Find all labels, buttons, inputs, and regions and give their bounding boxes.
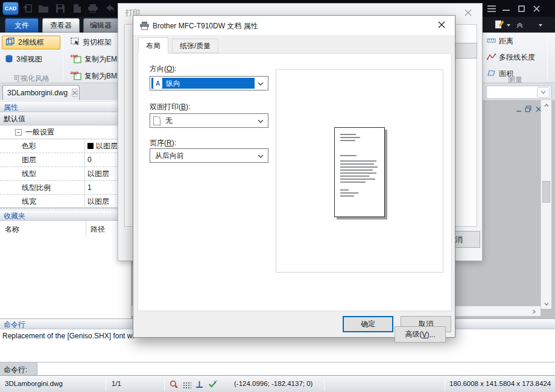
- tab-paper-quality[interactable]: 纸张/质量: [172, 39, 218, 53]
- duplex-label: 双面打印(B):: [150, 102, 190, 112]
- help-dropdown-caret-icon[interactable]: [539, 24, 542, 27]
- chevron-down-icon: [258, 79, 264, 87]
- property-row-color[interactable]: 色彩 以图层: [0, 139, 131, 153]
- printer-properties-dialog: Brother MFC-T910DW 文档 属性 布局 纸张/质量 方向(O):…: [133, 15, 455, 338]
- status-coordinates: (-124.0996; -182.4137; 0): [234, 380, 312, 387]
- property-group-label: 一般设置: [25, 127, 54, 138]
- left-panel: 属性 默认值 − 一般设置 色彩 以图层 图层 0 线型 以图层 线: [0, 100, 132, 318]
- edit-dropdown-caret-icon[interactable]: [507, 24, 510, 27]
- scrollbar-thumb[interactable]: [542, 181, 550, 203]
- chevron-down-button[interactable]: [537, 87, 550, 98]
- document-tab-label: 3DLamborgini.dwg: [7, 89, 68, 97]
- ribbon-group-caption: 可视化风格: [0, 74, 63, 84]
- property-row-layer[interactable]: 图层 0: [0, 153, 131, 167]
- vertical-scrollbar[interactable]: [541, 100, 551, 309]
- save-icon[interactable]: [54, 3, 66, 14]
- preview-text-line: [340, 182, 366, 183]
- selected-option-label: 从后向前: [155, 151, 184, 161]
- orientation-select[interactable]: A 纵向: [150, 76, 268, 90]
- status-page: 1/1: [112, 380, 121, 387]
- menu-icon[interactable]: [486, 4, 497, 13]
- scroll-down-icon[interactable]: [541, 299, 552, 309]
- selected-option: A 纵向: [151, 78, 255, 89]
- property-row-linetype-scale[interactable]: 线型比例 1: [0, 181, 131, 195]
- property-row-lineweight[interactable]: 线宽 以图层: [0, 195, 131, 209]
- ribbon-item-label: 剪切框架: [83, 37, 112, 48]
- property-row-linetype[interactable]: 线型 以图层: [0, 167, 131, 181]
- document-tab[interactable]: 3DLamborgini.dwg: [2, 85, 80, 100]
- maximize-button[interactable]: [516, 4, 527, 13]
- svg-text:EMF: EMF: [71, 54, 78, 58]
- properties-panel-header[interactable]: 属性: [0, 101, 131, 112]
- print-icon[interactable]: [87, 3, 99, 14]
- label-accesskey: R: [166, 139, 172, 147]
- scroll-right-icon[interactable]: [528, 307, 539, 317]
- page-icon: [153, 116, 160, 125]
- preview-text-line: [340, 134, 356, 135]
- duplex-select[interactable]: 无: [150, 113, 268, 128]
- preview-text-line: [340, 179, 375, 180]
- print-preview-panel: [276, 69, 443, 273]
- zoom-status-icon[interactable]: [170, 380, 179, 390]
- property-value: 以图层: [87, 169, 109, 179]
- layout-tab-content: 方向(O): A 纵向 双面打印(B): 无: [138, 53, 452, 311]
- preview-text-line: [340, 160, 376, 162]
- ok-button[interactable]: 确定: [343, 316, 393, 332]
- dialog-close-button[interactable]: [428, 16, 455, 34]
- advanced-button[interactable]: 高级(V)...: [395, 326, 446, 343]
- ortho-icon[interactable]: [195, 381, 203, 389]
- new-file-icon[interactable]: [22, 3, 34, 14]
- button-accesskey: V: [422, 330, 427, 339]
- ribbon-item-label: 2维线框: [18, 37, 44, 48]
- preview-text-line: [340, 155, 357, 156]
- tab-editor[interactable]: 编辑器: [83, 18, 118, 33]
- favorites-list: 名称 路径: [0, 221, 131, 318]
- status-divider: [106, 378, 106, 391]
- property-value: 1: [87, 183, 92, 192]
- ribbon-item-clip-frame[interactable]: 剪切框架: [68, 36, 115, 49]
- tab-viewer[interactable]: 查看器: [42, 18, 80, 33]
- child-minimize-icon[interactable]: [515, 105, 522, 113]
- ribbon-item-2d-wireframe[interactable]: 2维线框: [2, 36, 60, 49]
- column-divider[interactable]: [86, 221, 86, 238]
- svg-text:BMP: BMP: [71, 71, 78, 75]
- preview-text-line: [340, 195, 354, 197]
- collapse-ribbon-icon[interactable]: [516, 22, 523, 30]
- tab-file[interactable]: 文件: [5, 18, 39, 33]
- edit-document-icon[interactable]: [495, 19, 505, 31]
- ribbon-item-distance[interactable]: 距离: [484, 34, 516, 48]
- property-group-row[interactable]: − 一般设置: [0, 125, 131, 139]
- scroll-up-icon[interactable]: [541, 100, 552, 110]
- close-button[interactable]: [531, 4, 542, 13]
- label-text: ):: [172, 139, 176, 147]
- bmp-copy-icon: BMP: [71, 71, 81, 82]
- label-text: ):: [186, 103, 190, 111]
- ribbon-item-label: 3维视图: [16, 54, 42, 65]
- favorites-panel-header[interactable]: 收藏夹: [0, 210, 131, 221]
- preview-text-line: [340, 172, 376, 174]
- child-restore-icon[interactable]: [524, 105, 532, 113]
- status-divider: [445, 378, 445, 391]
- collapse-group-icon[interactable]: −: [15, 129, 22, 136]
- page-order-select[interactable]: 从后向前: [150, 148, 268, 163]
- tab-close-icon[interactable]: [72, 89, 78, 97]
- minimize-button[interactable]: [501, 4, 512, 13]
- undo-icon[interactable]: [104, 3, 116, 14]
- command-input[interactable]: [37, 362, 555, 375]
- print-dialog-close-icon[interactable]: [461, 7, 475, 19]
- label-accesskey: B: [181, 103, 186, 111]
- app-logo[interactable]: CAD: [2, 2, 19, 15]
- osnap-icon[interactable]: [208, 380, 218, 390]
- grid-snap-icon[interactable]: [183, 382, 191, 388]
- ribbon-item-polyline-length[interactable]: 多段线长度: [484, 51, 538, 65]
- favorites-column-name[interactable]: 名称: [5, 224, 19, 235]
- favorites-column-path[interactable]: 路径: [90, 224, 105, 235]
- command-prompt-label: 命令行:: [0, 362, 37, 376]
- ribbon-item-3d-view[interactable]: 3维视图: [2, 52, 45, 66]
- tab-layout[interactable]: 布局: [138, 37, 168, 54]
- pdf-export-icon[interactable]: [71, 3, 83, 14]
- property-value: 0: [87, 156, 92, 164]
- preview-page: [334, 127, 385, 217]
- quick-search-bar[interactable]: [486, 86, 551, 99]
- open-folder-icon[interactable]: [37, 3, 49, 14]
